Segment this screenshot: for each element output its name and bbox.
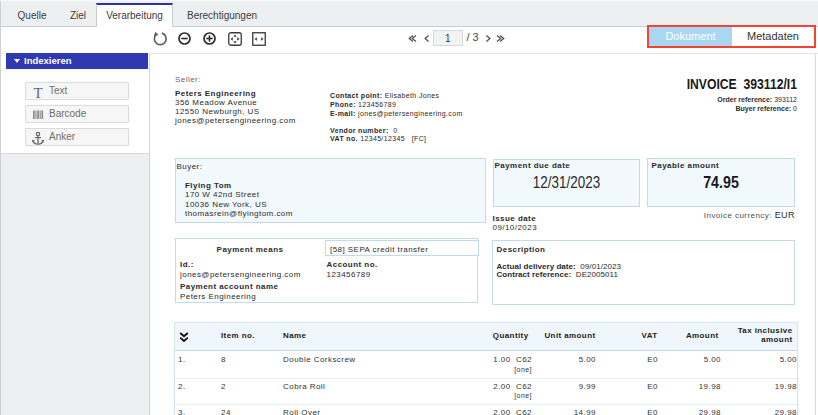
svg-text:T: T — [33, 85, 42, 100]
